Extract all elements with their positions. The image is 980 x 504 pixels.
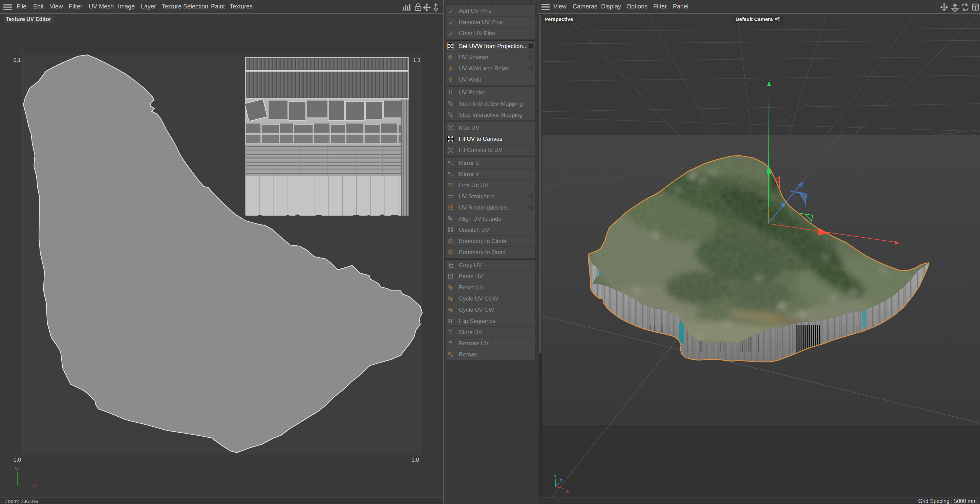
svg-text:U: U [32, 483, 36, 488]
svg-text:X: X [566, 489, 569, 494]
svg-text:Y: Y [554, 474, 557, 479]
svg-text:0,1: 0,1 [14, 57, 21, 63]
svg-text:1,0: 1,0 [411, 457, 419, 463]
svg-text:0,0: 0,0 [14, 457, 21, 463]
svg-text:Z: Z [560, 478, 562, 483]
svg-text:V: V [15, 466, 18, 472]
svg-text:1,1: 1,1 [413, 57, 421, 63]
